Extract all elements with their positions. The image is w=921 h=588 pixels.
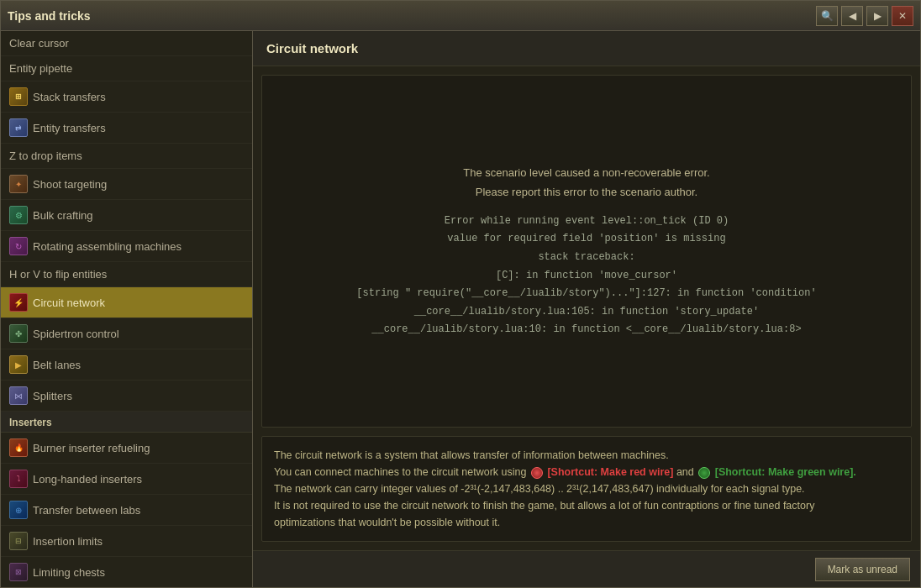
transfer-icon: ⊕ <box>9 501 28 519</box>
mark-as-unread-button[interactable]: Mark as unread <box>815 558 910 581</box>
content-area: Clear cursor Entity pipette ⊞ Stack tran… <box>1 31 920 587</box>
desc-line5: optimizations that wouldn't be possible … <box>274 514 899 531</box>
sidebar-item-belt-lanes[interactable]: ▶ Belt lanes <box>1 349 252 381</box>
long-icon: ⤵ <box>9 470 28 488</box>
window-title: Tips and tricks <box>8 9 816 23</box>
sidebar-item-bulk-crafting[interactable]: ⚙ Bulk crafting <box>1 200 252 231</box>
shoot-icon: ✦ <box>9 175 28 193</box>
spider-icon: ✤ <box>9 324 28 343</box>
error-line4: value for required field 'position' is m… <box>356 230 816 249</box>
sidebar-label-entity-transfers: Entity transfers <box>33 122 106 134</box>
error-line9: __core__/lualib/story.lua:10: in functio… <box>356 321 816 339</box>
error-content: The scenario level caused a non-recovera… <box>356 163 816 339</box>
error-line1: The scenario level caused a non-recovera… <box>356 163 816 182</box>
error-line3: Error while running event level::on_tick… <box>356 213 816 231</box>
sidebar-item-shoot-targeting[interactable]: ✦ Shoot targeting <box>1 169 252 200</box>
desc-line2: You can connect machines to the circuit … <box>274 464 899 480</box>
sidebar-label-clear-cursor: Clear cursor <box>9 37 69 50</box>
sidebar-label-flip-entities: H or V to flip entities <box>9 268 107 281</box>
desc-line2-mid: and <box>676 466 694 478</box>
sidebar-item-transfer-labs[interactable]: ⊕ Transfer between labs <box>1 495 252 526</box>
sidebar-label-rotating-assembling: Rotating assembling machines <box>33 240 182 253</box>
sidebar-label-z-drop: Z to drop items <box>9 150 82 162</box>
desc-line4: It is not required to use the circuit ne… <box>274 497 899 514</box>
sidebar-label-transfer-labs: Transfer between labs <box>33 504 140 517</box>
prev-button[interactable]: ◀ <box>841 6 863 26</box>
sidebar-label-circuit-network: Circuit network <box>33 297 105 309</box>
belt-icon: ▶ <box>9 355 28 374</box>
sidebar-label-shoot-targeting: Shoot targeting <box>33 178 107 191</box>
sidebar-item-rotating-assembling[interactable]: ↻ Rotating assembling machines <box>1 231 252 262</box>
sidebar-label-splitters: Splitters <box>33 390 72 402</box>
search-button[interactable]: 🔍 <box>816 6 838 26</box>
insertion-icon: ⊟ <box>9 532 28 550</box>
desc-line1: The circuit network is a system that all… <box>274 447 899 464</box>
main-header: Circuit network <box>253 31 920 66</box>
error-line6: [C]: in function 'move_cursor' <box>356 267 816 286</box>
sidebar-item-circuit-network[interactable]: ⚡ Circuit network <box>1 287 252 318</box>
sidebar-item-entity-pipette[interactable]: Entity pipette <box>1 56 252 81</box>
close-button[interactable]: ✕ <box>892 6 913 26</box>
sidebar-label-belt-lanes: Belt lanes <box>33 359 81 371</box>
sidebar-label-limiting-chests: Limiting chests <box>33 566 105 579</box>
sidebar-item-insertion-limits[interactable]: ⊟ Insertion limits <box>1 526 252 557</box>
description-panel: The circuit network is a system that all… <box>261 436 912 542</box>
sidebar-item-splitters[interactable]: ⋈ Splitters <box>1 381 252 412</box>
tips-tricks-window: Tips and tricks 🔍 ◀ ▶ ✕ Clear cursor Ent… <box>0 0 921 588</box>
splitter-icon: ⋈ <box>9 386 28 405</box>
sidebar-label-insertion-limits: Insertion limits <box>33 535 103 548</box>
sidebar-label-bulk-crafting: Bulk crafting <box>33 209 93 222</box>
section-inserters: Inserters <box>1 412 252 433</box>
stack-icon: ⊞ <box>9 87 28 106</box>
error-panel: The scenario level caused a non-recovera… <box>261 75 912 428</box>
desc-red-wire-label: [Shortcut: Make red wire] <box>547 466 673 478</box>
sidebar-item-spidertron-control[interactable]: ✤ Spidertron control <box>1 318 252 349</box>
sidebar-item-limiting-chests[interactable]: ⊠ Limiting chests <box>1 557 252 587</box>
titlebar: Tips and tricks 🔍 ◀ ▶ ✕ <box>1 1 920 31</box>
limiting-icon: ⊠ <box>9 563 28 581</box>
desc-line2-pre: You can connect machines to the circuit … <box>274 466 526 478</box>
green-wire-icon <box>698 467 710 479</box>
main-panel: Circuit network The scenario level cause… <box>253 31 920 587</box>
sidebar-label-stack-transfers: Stack transfers <box>33 91 106 103</box>
main-title: Circuit network <box>266 41 358 55</box>
burner-icon: 🔥 <box>9 438 28 457</box>
error-line2: Please report this error to the scenario… <box>356 182 816 202</box>
error-line7: [string " require("__core__/lualib/story… <box>356 285 816 303</box>
circuit-icon: ⚡ <box>9 293 28 312</box>
sidebar-label-spidertron-control: Spidertron control <box>33 328 119 340</box>
error-line8: __core__/lualib/story.lua:105: in functi… <box>356 303 816 322</box>
sidebar-item-stack-transfers[interactable]: ⊞ Stack transfers <box>1 81 252 113</box>
entity-icon: ⇄ <box>9 118 28 137</box>
error-line5: stack traceback: <box>356 249 816 267</box>
next-button[interactable]: ▶ <box>866 6 888 26</box>
sidebar-item-flip-entities[interactable]: H or V to flip entities <box>1 262 252 287</box>
bottom-bar: Mark as unread <box>253 550 920 587</box>
sidebar-item-z-drop[interactable]: Z to drop items <box>1 144 252 169</box>
sidebar-item-entity-transfers[interactable]: ⇄ Entity transfers <box>1 113 252 144</box>
sidebar-item-long-handed[interactable]: ⤵ Long-handed inserters <box>1 464 252 495</box>
desc-line3: The network can carry integer values of … <box>274 480 899 497</box>
sidebar-item-burner-inserter[interactable]: 🔥 Burner inserter refueling <box>1 433 252 464</box>
desc-green-wire-label: [Shortcut: Make green wire]. <box>715 466 856 478</box>
sidebar-label-burner-inserter: Burner inserter refueling <box>33 442 150 454</box>
titlebar-controls: 🔍 ◀ ▶ ✕ <box>816 6 913 26</box>
red-wire-icon <box>531 467 543 479</box>
sidebar-label-entity-pipette: Entity pipette <box>9 62 72 75</box>
sidebar-label-long-handed: Long-handed inserters <box>33 473 142 486</box>
sidebar: Clear cursor Entity pipette ⊞ Stack tran… <box>1 31 253 587</box>
sidebar-item-clear-cursor[interactable]: Clear cursor <box>1 31 252 56</box>
bulk-icon: ⚙ <box>9 206 28 224</box>
rotate-icon: ↻ <box>9 237 28 255</box>
